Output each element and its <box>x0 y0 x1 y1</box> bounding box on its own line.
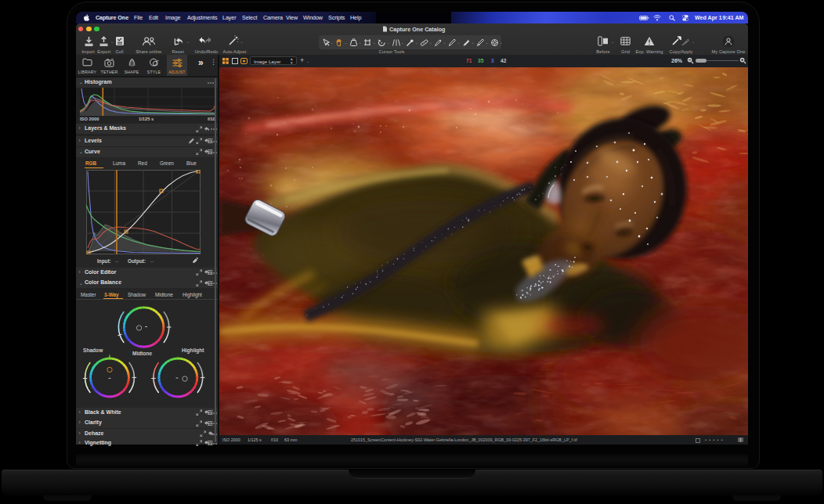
svg-text:0: 0 <box>112 58 114 61</box>
